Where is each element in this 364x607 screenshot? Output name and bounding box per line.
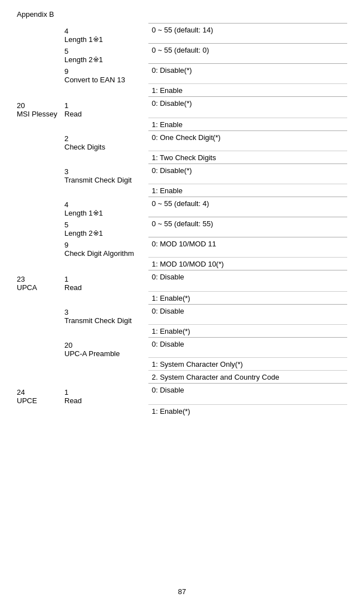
param-number: 3: [64, 308, 68, 316]
section-cell: [17, 118, 64, 131]
section-cell: [17, 325, 64, 338]
param-cell: [64, 405, 148, 418]
section-cell: [17, 24, 64, 44]
footer-number: 87: [178, 587, 186, 596]
section-cell: 23UPCA: [17, 270, 64, 292]
value-cell: 0: Disable(*): [148, 164, 347, 184]
value-cell: 0: Disable(*): [148, 97, 347, 118]
page-header: Appendix B: [0, 0, 364, 23]
param-cell: [64, 151, 148, 164]
param-cell: [64, 371, 148, 384]
param-cell: 9Convert to EAN 13: [64, 64, 148, 84]
section-cell: 20MSI Plessey: [17, 97, 64, 118]
value-cell: 1: Enable: [148, 84, 347, 97]
param-name: Length 1※1: [64, 35, 103, 44]
value-cell: 0: MOD 10/MOD 11: [148, 237, 347, 258]
section-cell: [17, 405, 64, 418]
param-name: Length 2※1: [64, 55, 103, 64]
param-name: Transmit Check Digit: [64, 316, 132, 325]
param-number: 1: [64, 275, 68, 283]
param-name: Convert to EAN 13: [64, 76, 125, 84]
param-cell: 3Transmit Check Digit: [64, 305, 148, 325]
param-number: 3: [64, 167, 68, 176]
param-cell: [64, 292, 148, 305]
param-number: 5: [64, 221, 68, 229]
param-number: 2: [64, 134, 68, 143]
param-number: 1: [64, 388, 68, 396]
param-cell: [64, 325, 148, 338]
param-cell: 3Transmit Check Digit: [64, 164, 148, 184]
value-cell: 2. System Character and Country Code: [148, 371, 347, 384]
section-cell: [17, 164, 64, 184]
section-cell: [17, 358, 64, 371]
param-cell: 4Length 1※1: [64, 197, 148, 217]
value-cell: 1: System Character Only(*): [148, 358, 347, 371]
value-cell: 1: Enable(*): [148, 292, 347, 305]
value-cell: 1: Two Check Digits: [148, 151, 347, 164]
param-name: Read: [64, 283, 82, 292]
param-number: 4: [64, 27, 68, 35]
section-cell: [17, 197, 64, 217]
param-name: Check Digits: [64, 143, 105, 151]
param-cell: [64, 84, 148, 97]
param-name: Read: [64, 396, 82, 405]
section-cell: [17, 338, 64, 358]
value-cell: 0 ~ 55 (default: 14): [148, 24, 347, 44]
param-name: Length 2※1: [64, 229, 103, 237]
section-cell: [17, 44, 64, 64]
section-cell: [17, 151, 64, 164]
param-number: 9: [64, 67, 68, 76]
value-cell: 0: Disable: [148, 270, 347, 292]
param-cell: 20UPC-A Preamble: [64, 338, 148, 358]
value-cell: 1: Enable: [148, 184, 347, 197]
param-cell: [64, 184, 148, 197]
section-cell: [17, 305, 64, 325]
section-cell: [17, 371, 64, 384]
header-text: Appendix B: [17, 10, 54, 18]
param-cell: 5Length 2※1: [64, 217, 148, 237]
param-number: 4: [64, 200, 68, 209]
param-cell: [64, 258, 148, 270]
value-cell: 0 ~ 55 (default: 0): [148, 44, 347, 64]
param-name: Length 1※1: [64, 209, 103, 217]
main-content-table: 4Length 1※10 ~ 55 (default: 14)5Length 2…: [17, 23, 347, 417]
value-cell: 0: Disable: [148, 384, 347, 405]
value-cell: 1: Enable(*): [148, 325, 347, 338]
value-cell: 1: Enable: [148, 118, 347, 131]
value-cell: 0 ~ 55 (default: 55): [148, 217, 347, 237]
param-name: Read: [64, 110, 82, 118]
param-cell: [64, 358, 148, 371]
param-number: 20: [64, 341, 72, 349]
section-cell: [17, 64, 64, 84]
param-cell: 5Length 2※1: [64, 44, 148, 64]
param-cell: 1Read: [64, 270, 148, 292]
param-number: 5: [64, 47, 68, 55]
param-cell: 9Check Digit Algorithm: [64, 237, 148, 258]
section-cell: [17, 84, 64, 97]
param-name: Transmit Check Digit: [64, 176, 132, 184]
param-cell: 4Length 1※1: [64, 24, 148, 44]
param-name: UPC-A Preamble: [64, 349, 120, 358]
value-cell: 1: Enable(*): [148, 405, 347, 418]
param-name: Check Digit Algorithm: [64, 249, 134, 258]
param-number: 9: [64, 241, 68, 249]
section-cell: [17, 292, 64, 305]
param-cell: 1Read: [64, 97, 148, 118]
param-cell: 2Check Digits: [64, 131, 148, 151]
section-cell: [17, 258, 64, 270]
value-cell: 0: Disable(*): [148, 64, 347, 84]
value-cell: 1: MOD 10/MOD 10(*): [148, 258, 347, 270]
value-cell: 0: One Check Digit(*): [148, 131, 347, 151]
param-number: 1: [64, 101, 68, 110]
value-cell: 0: Disable: [148, 338, 347, 358]
section-cell: [17, 131, 64, 151]
section-cell: [17, 237, 64, 258]
page-footer: 87: [0, 587, 364, 596]
section-cell: 24UPCE: [17, 384, 64, 405]
section-cell: [17, 184, 64, 197]
param-cell: [64, 118, 148, 131]
section-cell: [17, 217, 64, 237]
param-cell: 1Read: [64, 384, 148, 405]
value-cell: 0 ~ 55 (default: 4): [148, 197, 347, 217]
value-cell: 0: Disable: [148, 305, 347, 325]
